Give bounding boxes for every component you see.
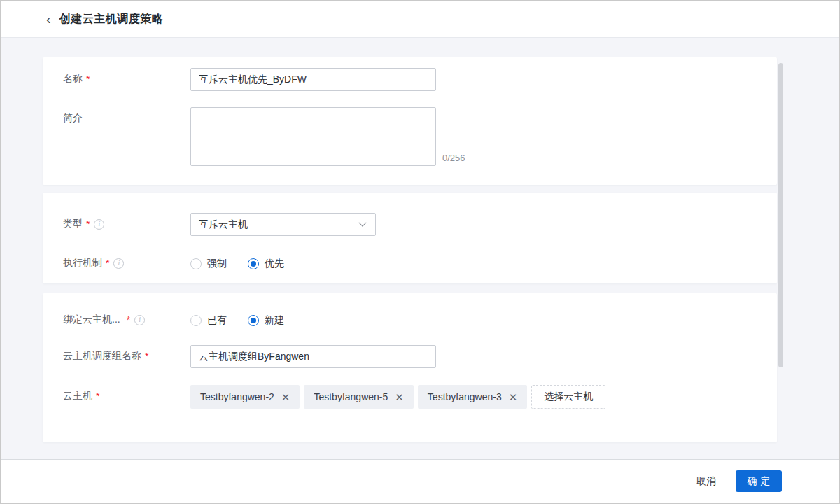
create-scheduling-policy-page: ‹ 创建云主机调度策略 名称* 简介 0/256 <box>0 0 840 504</box>
required-star: * <box>106 258 109 269</box>
form-content: 名称* 简介 0/256 类型*i 互斥云主机 <box>1 38 839 458</box>
cancel-button[interactable]: 取消 <box>696 475 716 488</box>
description-textarea[interactable] <box>190 107 436 166</box>
host-tag-name: Testbyfangwen-2 <box>200 391 274 402</box>
hosts-label-text: 云主机 <box>63 390 92 402</box>
description-row: 简介 0/256 <box>63 107 777 166</box>
char-counter: 0/256 <box>442 153 465 163</box>
type-label-text: 类型 <box>63 218 83 230</box>
radio-label: 优先 <box>265 258 284 270</box>
bind-group-label-text: 绑定云主机... <box>63 314 120 326</box>
close-icon[interactable]: ✕ <box>509 392 518 402</box>
mechanism-label: 执行机制*i <box>63 257 190 270</box>
required-star: * <box>86 74 90 85</box>
required-star: * <box>96 391 99 402</box>
group-name-input[interactable] <box>190 345 436 368</box>
required-star: * <box>145 351 148 362</box>
group-name-label-text: 云主机调度组名称 <box>63 350 141 363</box>
back-icon[interactable]: ‹ <box>46 12 51 26</box>
info-icon[interactable]: i <box>113 258 124 269</box>
mechanism-radio-group: 强制 优先 <box>190 257 305 270</box>
radio-icon <box>248 258 259 270</box>
radio-label: 新建 <box>265 314 284 327</box>
name-label-text: 名称 <box>63 73 83 85</box>
vertical-scrollbar[interactable] <box>778 63 783 368</box>
description-label: 简介 <box>63 107 190 125</box>
radio-label: 已有 <box>207 314 227 327</box>
chevron-down-icon <box>358 218 366 226</box>
radio-icon <box>248 315 259 326</box>
type-label: 类型*i <box>63 213 190 230</box>
basic-info-card: 名称* 简介 0/256 <box>43 57 777 185</box>
mechanism-label-text: 执行机制 <box>63 257 102 270</box>
radio-label: 强制 <box>207 258 227 270</box>
name-input[interactable] <box>190 68 436 91</box>
radio-mechanism-priority[interactable]: 优先 <box>248 258 284 270</box>
type-select[interactable]: 互斥云主机 <box>190 213 376 236</box>
info-icon[interactable]: i <box>134 315 145 326</box>
confirm-button[interactable]: 确定 <box>736 470 782 492</box>
type-row: 类型*i 互斥云主机 <box>63 213 777 236</box>
host-tags: Testbyfangwen-2 ✕ Testbyfangwen-5 ✕ Test… <box>190 385 606 409</box>
host-tag: Testbyfangwen-2 ✕ <box>190 385 300 409</box>
host-tag: Testbyfangwen-5 ✕ <box>304 385 413 409</box>
binding-card: 绑定云主机...*i 已有 新建 云主机调度组名称* <box>43 293 777 442</box>
host-tag: Testbyfangwen-3 ✕ <box>418 385 527 409</box>
group-name-row: 云主机调度组名称* <box>63 345 777 368</box>
group-name-label: 云主机调度组名称* <box>63 345 190 363</box>
name-row: 名称* <box>63 68 777 91</box>
description-label-text: 简介 <box>63 112 83 125</box>
radio-icon <box>190 258 202 270</box>
type-select-value: 互斥云主机 <box>199 218 248 231</box>
hosts-row: 云主机* Testbyfangwen-2 ✕ Testbyfangwen-5 ✕… <box>63 385 777 409</box>
policy-card: 类型*i 互斥云主机 执行机制*i 强制 <box>43 192 777 284</box>
radio-icon <box>190 315 202 326</box>
info-icon[interactable]: i <box>94 219 104 230</box>
radio-mechanism-force[interactable]: 强制 <box>190 258 227 270</box>
page-footer: 取消 确定 <box>1 459 839 503</box>
close-icon[interactable]: ✕ <box>395 392 404 402</box>
host-tag-name: Testbyfangwen-3 <box>428 391 502 402</box>
mechanism-row: 执行机制*i 强制 优先 <box>63 257 777 270</box>
close-icon[interactable]: ✕ <box>281 392 290 402</box>
required-star: * <box>127 314 130 326</box>
radio-existing-group[interactable]: 已有 <box>190 314 227 327</box>
name-label: 名称* <box>63 68 190 85</box>
select-host-button[interactable]: 选择云主机 <box>531 385 606 409</box>
hosts-label: 云主机* <box>63 385 190 402</box>
bind-group-label: 绑定云主机...*i <box>63 314 190 326</box>
radio-new-group[interactable]: 新建 <box>248 314 284 327</box>
required-star: * <box>86 218 90 230</box>
description-wrap: 0/256 <box>190 107 465 166</box>
page-header: ‹ 创建云主机调度策略 <box>1 1 839 38</box>
bind-group-radio-group: 已有 新建 <box>190 314 305 327</box>
host-tag-name: Testbyfangwen-5 <box>314 391 388 402</box>
bind-group-row: 绑定云主机...*i 已有 新建 <box>63 314 777 327</box>
page-title: 创建云主机调度策略 <box>59 12 164 27</box>
